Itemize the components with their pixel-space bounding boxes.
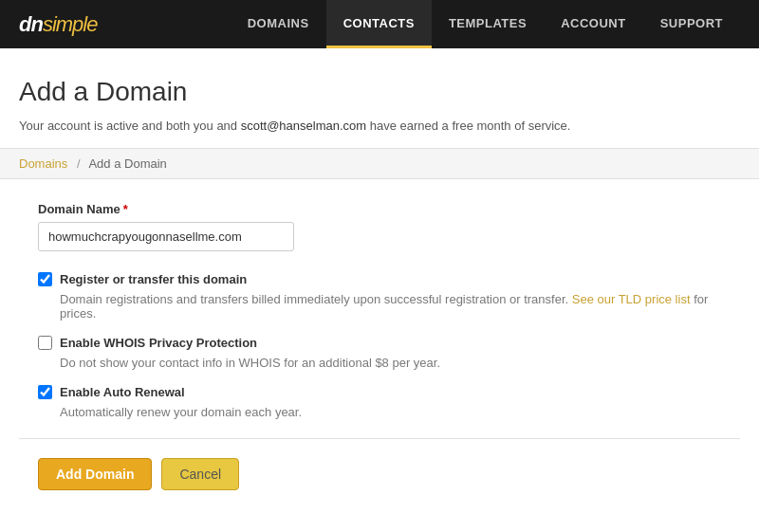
logo: dnsimple (19, 12, 97, 37)
main-content: Add a Domain Your account is active and … (0, 48, 759, 528)
button-row: Add Domain Cancel (38, 458, 721, 509)
info-text-1: Your account is active and both you and (19, 119, 241, 133)
form-divider (19, 438, 740, 439)
info-text-2: have earned a free month of service. (366, 119, 570, 133)
nav-support[interactable]: SUPPORT (643, 0, 740, 48)
logo-dn: dn (19, 12, 43, 37)
whois-checkbox[interactable] (38, 336, 52, 350)
register-row: Register or transfer this domain (38, 272, 721, 286)
whois-row: Enable WHOIS Privacy Protection (38, 336, 721, 350)
tld-price-list-link[interactable]: See our TLD price list (572, 292, 691, 306)
cancel-button[interactable]: Cancel (161, 458, 239, 490)
register-helper: Domain registrations and transfers bille… (38, 292, 721, 321)
nav-account[interactable]: ACCOUNT (544, 0, 643, 48)
renewal-checkbox[interactable] (38, 385, 52, 399)
add-domain-button[interactable]: Add Domain (38, 458, 152, 490)
required-star: * (123, 202, 128, 216)
domain-name-label: Domain Name* (38, 202, 721, 216)
logo-simple: simple (43, 12, 98, 37)
domain-name-input[interactable] (38, 222, 294, 251)
whois-label[interactable]: Enable WHOIS Privacy Protection (60, 336, 257, 350)
nav-templates[interactable]: TEMPLATES (432, 0, 544, 48)
add-domain-form: Domain Name* Register or transfer this d… (19, 202, 740, 509)
page-title: Add a Domain (19, 77, 740, 107)
info-email: scott@hanselman.com (241, 119, 366, 133)
whois-helper: Do not show your contact info in WHOIS f… (38, 356, 721, 370)
renewal-helper: Automatically renew your domain each yea… (38, 405, 721, 419)
main-nav: DOMAINS CONTACTS TEMPLATES ACCOUNT SUPPO… (231, 0, 740, 48)
header: dnsimple DOMAINS CONTACTS TEMPLATES ACCO… (0, 0, 759, 48)
register-checkbox[interactable] (38, 272, 52, 286)
breadcrumb: Domains / Add a Domain (0, 148, 759, 179)
breadcrumb-current: Add a Domain (88, 156, 166, 171)
renewal-row: Enable Auto Renewal (38, 385, 721, 399)
register-label[interactable]: Register or transfer this domain (60, 272, 247, 286)
nav-contacts[interactable]: CONTACTS (326, 0, 432, 48)
breadcrumb-domains-link[interactable]: Domains (19, 156, 67, 171)
info-banner: Your account is active and both you and … (19, 119, 740, 133)
breadcrumb-separator: / (77, 156, 81, 171)
nav-domains[interactable]: DOMAINS (231, 0, 326, 48)
renewal-label[interactable]: Enable Auto Renewal (60, 385, 185, 399)
